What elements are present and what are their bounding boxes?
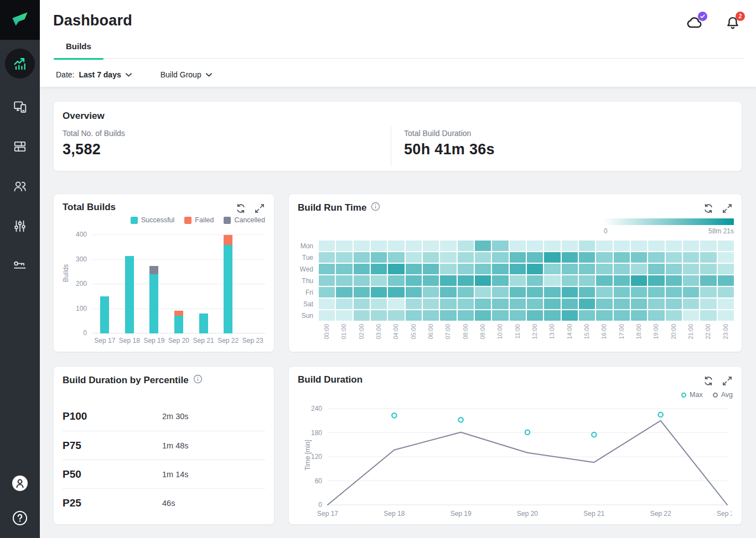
heatmap-cell[interactable] xyxy=(718,275,734,286)
heatmap-cell[interactable] xyxy=(458,310,474,321)
heatmap-cell[interactable] xyxy=(527,287,543,297)
heatmap-cell[interactable] xyxy=(683,241,699,251)
heatmap-cell[interactable] xyxy=(354,252,370,263)
heatmap-cell[interactable] xyxy=(319,264,335,274)
bar-sep-21[interactable] xyxy=(199,314,208,333)
heatmap-cell[interactable] xyxy=(388,264,404,274)
expand-button[interactable] xyxy=(254,203,265,214)
heatmap-cell[interactable] xyxy=(388,241,404,251)
sidebar-item-insights[interactable] xyxy=(5,49,35,79)
heatmap-cell[interactable] xyxy=(614,241,630,251)
heatmap-cell[interactable] xyxy=(354,275,370,286)
heatmap-cell[interactable] xyxy=(510,287,526,297)
heatmap-cell[interactable] xyxy=(440,299,456,309)
heatmap-cell[interactable] xyxy=(718,252,734,263)
bar-segment-successful[interactable] xyxy=(100,296,109,333)
heatmap-cell[interactable] xyxy=(544,310,560,321)
heatmap-cell[interactable] xyxy=(527,252,543,263)
bar-sep-22[interactable] xyxy=(224,235,232,333)
heatmap-cell[interactable] xyxy=(666,299,682,309)
heatmap-cell[interactable] xyxy=(579,241,595,251)
heatmap-cell[interactable] xyxy=(718,264,734,274)
heatmap-cell[interactable] xyxy=(423,264,439,274)
heatmap-cell[interactable] xyxy=(354,241,370,251)
heatmap-cell[interactable] xyxy=(510,275,526,286)
heatmap-cell[interactable] xyxy=(492,252,508,263)
bar-sep-19[interactable] xyxy=(149,266,158,333)
heatmap-cell[interactable] xyxy=(510,299,526,309)
heatmap-cell[interactable] xyxy=(475,264,491,274)
bar-segment-failed[interactable] xyxy=(224,235,232,245)
heatmap-cell[interactable] xyxy=(648,299,664,309)
heatmap-cell[interactable] xyxy=(492,264,508,274)
sidebar-item-users[interactable] xyxy=(8,175,32,198)
heatmap-cell[interactable] xyxy=(371,310,387,321)
heatmap-cell[interactable] xyxy=(631,310,647,321)
heatmap-cell[interactable] xyxy=(648,275,664,286)
help-button[interactable] xyxy=(12,510,28,528)
heatmap-cell[interactable] xyxy=(700,275,716,286)
heatmap-cell[interactable] xyxy=(371,287,387,297)
heatmap-cell[interactable] xyxy=(683,264,699,274)
heatmap-cell[interactable] xyxy=(475,252,491,263)
heatmap-cell[interactable] xyxy=(596,299,612,309)
heatmap-cell[interactable] xyxy=(683,287,699,297)
heatmap-cell[interactable] xyxy=(683,252,699,263)
heatmap-cell[interactable] xyxy=(440,252,456,263)
heatmap-cell[interactable] xyxy=(406,287,422,297)
heatmap-cell[interactable] xyxy=(700,264,716,274)
heatmap-cell[interactable] xyxy=(440,287,456,297)
heatmap-cell[interactable] xyxy=(423,310,439,321)
cloud-status-button[interactable] xyxy=(686,14,704,32)
heatmap-cell[interactable] xyxy=(579,275,595,286)
heatmap-cell[interactable] xyxy=(631,241,647,251)
user-avatar[interactable] xyxy=(12,475,28,494)
heatmap-cell[interactable] xyxy=(648,252,664,263)
heatmap-cell[interactable] xyxy=(336,287,352,297)
heatmap-cell[interactable] xyxy=(527,264,543,274)
heatmap-cell[interactable] xyxy=(336,264,352,274)
heatmap-cell[interactable] xyxy=(562,275,578,286)
heatmap-cell[interactable] xyxy=(388,252,404,263)
heatmap-cell[interactable] xyxy=(596,241,612,251)
heatmap-cell[interactable] xyxy=(492,241,508,251)
heatmap-cell[interactable] xyxy=(354,299,370,309)
heatmap-cell[interactable] xyxy=(544,287,560,297)
heatmap-cell[interactable] xyxy=(475,310,491,321)
heatmap-cell[interactable] xyxy=(319,275,335,286)
heatmap-cell[interactable] xyxy=(354,287,370,297)
sidebar-item-add-ons[interactable] xyxy=(8,135,32,158)
bar-segment-failed[interactable] xyxy=(174,311,183,316)
heatmap-cell[interactable] xyxy=(544,299,560,309)
heatmap-cell[interactable] xyxy=(579,252,595,263)
heatmap-cell[interactable] xyxy=(631,287,647,297)
heatmap-cell[interactable] xyxy=(648,310,664,321)
heatmap-cell[interactable] xyxy=(440,264,456,274)
heatmap-cell[interactable] xyxy=(475,275,491,286)
heatmap-cell[interactable] xyxy=(614,287,630,297)
heatmap-cell[interactable] xyxy=(354,264,370,274)
heatmap-cell[interactable] xyxy=(371,275,387,286)
heatmap-cell[interactable] xyxy=(492,287,508,297)
heatmap-cell[interactable] xyxy=(406,264,422,274)
tab-builds[interactable]: Builds xyxy=(54,41,103,59)
heatmap-cell[interactable] xyxy=(544,252,560,263)
heatmap-cell[interactable] xyxy=(683,299,699,309)
heatmap-cell[interactable] xyxy=(406,299,422,309)
heatmap-cell[interactable] xyxy=(596,287,612,297)
heatmap-cell[interactable] xyxy=(648,287,664,297)
heatmap-cell[interactable] xyxy=(371,241,387,251)
heatmap-cell[interactable] xyxy=(388,310,404,321)
heatmap-cell[interactable] xyxy=(319,310,335,321)
heatmap-cell[interactable] xyxy=(631,264,647,274)
heatmap-cell[interactable] xyxy=(458,252,474,263)
heatmap-cell[interactable] xyxy=(562,252,578,263)
heatmap-cell[interactable] xyxy=(406,275,422,286)
heatmap-cell[interactable] xyxy=(510,264,526,274)
heatmap-cell[interactable] xyxy=(631,299,647,309)
heatmap-cell[interactable] xyxy=(492,299,508,309)
heatmap-cell[interactable] xyxy=(458,287,474,297)
heatmap-cell[interactable] xyxy=(718,310,734,321)
heatmap-cell[interactable] xyxy=(510,252,526,263)
heatmap-cell[interactable] xyxy=(631,275,647,286)
